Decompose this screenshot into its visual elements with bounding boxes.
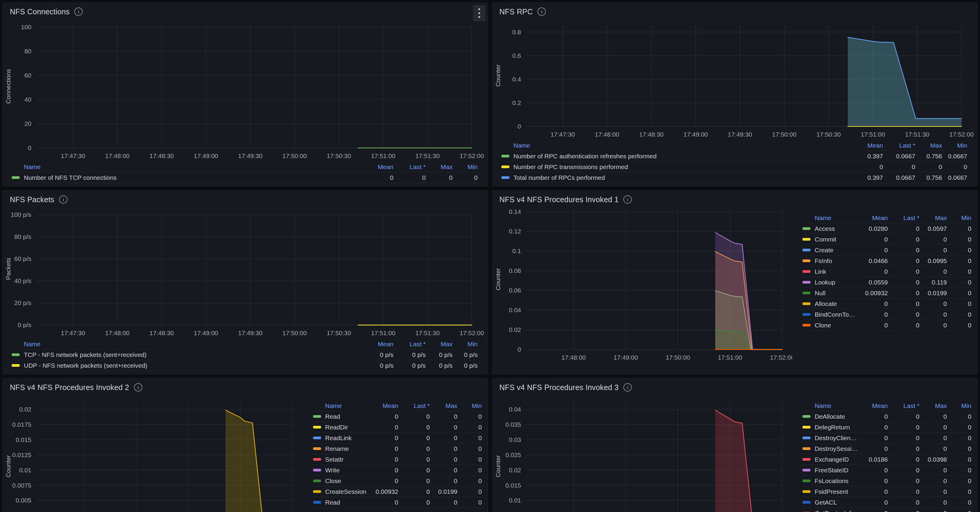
panel-title[interactable]: NFS v4 NFS Procedures Invoked 2 [10, 383, 129, 392]
series-label[interactable]: Rename [325, 445, 349, 452]
legend-row: Rename0000 [313, 443, 482, 454]
series-area [226, 410, 293, 512]
info-icon[interactable]: i [74, 8, 83, 16]
legend-header-name[interactable]: Name [802, 402, 858, 409]
series-label[interactable]: Link [815, 268, 826, 275]
legend-header-min[interactable]: Min [453, 163, 478, 171]
legend-header-max[interactable]: Max [426, 341, 453, 348]
legend-header-last[interactable]: Last * [883, 142, 915, 149]
legend-header-min[interactable]: Min [457, 402, 482, 409]
panel-title[interactable]: NFS RPC [500, 8, 533, 16]
legend-header-max[interactable]: Max [915, 142, 942, 149]
series-label[interactable]: Allocate [815, 300, 837, 308]
legend-header-min[interactable]: Min [453, 341, 478, 348]
chart-area[interactable]: 0.040.0350.030.0250.020.0150.010.005017:… [492, 393, 792, 512]
legend-header-mean[interactable]: Mean [858, 214, 888, 222]
info-icon[interactable]: i [538, 8, 546, 16]
legend-header-max[interactable]: Max [920, 214, 947, 222]
legend-row: TCP - NFS network packets (sent+received… [12, 349, 478, 360]
series-color-swatch [313, 479, 321, 482]
series-label[interactable]: BindConnToSession [815, 311, 858, 318]
series-label[interactable]: Create [815, 247, 834, 254]
legend-header-min[interactable]: Min [947, 402, 971, 409]
legend-header-name[interactable]: Name [501, 142, 850, 149]
series-label[interactable]: Total number of RPCs performed [514, 174, 605, 181]
series-label[interactable]: DeAllocate [815, 413, 845, 420]
legend-header-last[interactable]: Last * [394, 341, 426, 348]
info-icon[interactable]: i [624, 383, 632, 392]
legend-header-name[interactable]: Name [802, 214, 858, 222]
chart-area[interactable]: 10080604020017:47:3017:48:0017:48:3017:4… [3, 17, 488, 162]
panel-title[interactable]: NFS Connections [10, 8, 70, 16]
legend-header-last[interactable]: Last * [888, 214, 920, 222]
series-label[interactable]: ExchangeID [815, 456, 849, 463]
series-label[interactable]: Access [815, 225, 835, 232]
chart-canvas[interactable]: 0.80.60.40.2017:47:3017:48:0017:48:3017:… [492, 17, 978, 140]
panel-title[interactable]: NFS Packets [10, 195, 54, 204]
series-label[interactable]: GetACL [815, 499, 837, 506]
chart-area[interactable]: 0.020.01750.0150.01250.010.00750.0050.00… [3, 393, 303, 512]
legend-header-mean[interactable]: Mean [850, 142, 883, 149]
series-label[interactable]: FsidPresent [815, 488, 848, 495]
panel-title[interactable]: NFS v4 NFS Procedures Invoked 1 [500, 195, 619, 204]
series-label[interactable]: Setattr [325, 456, 344, 463]
legend-header-mean[interactable]: Mean [858, 402, 888, 409]
series-color-swatch [313, 458, 321, 461]
chart-area[interactable]: 0.140.120.10.080.060.040.02017:48:0017:4… [492, 205, 792, 374]
info-icon[interactable]: i [134, 383, 142, 392]
legend-header-max[interactable]: Max [430, 402, 457, 409]
svg-text:40 p/s: 40 p/s [14, 277, 31, 284]
legend-header-last[interactable]: Last * [398, 402, 430, 409]
series-label[interactable]: Number of RPC authentication refreshes p… [514, 153, 657, 160]
series-label[interactable]: ReadDir [325, 424, 348, 431]
chart-canvas[interactable]: 100 p/s80 p/s60 p/s40 p/s20 p/s0 p/s17:4… [3, 205, 488, 339]
legend-row: DeAllocate0000 [802, 411, 971, 422]
legend-header-mean[interactable]: Mean [360, 163, 394, 171]
series-label[interactable]: Close [325, 477, 341, 485]
legend-header-name[interactable]: Name [12, 341, 360, 348]
info-icon[interactable]: i [624, 195, 632, 204]
series-label[interactable]: FsLocations [815, 477, 848, 485]
series-label[interactable]: Read [325, 413, 340, 420]
series-label[interactable]: FreeStateID [815, 467, 848, 474]
legend-header-name[interactable]: Name [313, 402, 369, 409]
series-label[interactable]: Commit [815, 236, 836, 243]
legend-header-last[interactable]: Last * [394, 163, 426, 171]
series-label[interactable]: Number of RPC transmissions performed [514, 163, 628, 171]
svg-text:17:48:30: 17:48:30 [150, 152, 174, 159]
series-label[interactable]: Read [325, 499, 340, 506]
series-label[interactable]: UDP - NFS network packets (sent+received… [24, 362, 147, 369]
legend-header-max[interactable]: Max [920, 402, 947, 409]
series-label[interactable]: Clone [815, 322, 831, 329]
legend-header-mean[interactable]: Mean [360, 341, 394, 348]
chart-area[interactable]: 0.80.60.40.2017:47:3017:48:0017:48:3017:… [492, 17, 978, 140]
panel-title[interactable]: NFS v4 NFS Procedures Invoked 3 [500, 383, 619, 392]
series-label[interactable]: Lookup [815, 279, 835, 286]
legend-value-mean: 0 p/s [360, 351, 394, 358]
series-label[interactable]: Null [815, 290, 826, 297]
legend-header-max[interactable]: Max [426, 163, 453, 171]
series-label[interactable]: GetDeviceInfo [815, 510, 854, 512]
series-label[interactable]: CreateSession [325, 488, 366, 495]
chart-canvas[interactable]: 0.140.120.10.080.060.040.02017:48:0017:4… [492, 205, 792, 374]
chart-canvas[interactable]: 0.020.01750.0150.01250.010.00750.0050.00… [3, 393, 303, 512]
series-label[interactable]: ReadLink [325, 434, 352, 442]
y-axis-ticks: 0.80.60.40.20 [512, 29, 521, 130]
series-label[interactable]: TCP - NFS network packets (sent+received… [24, 351, 146, 358]
legend-header-mean[interactable]: Mean [369, 402, 398, 409]
series-label[interactable]: Write [325, 467, 340, 474]
legend-header-name[interactable]: Name [12, 163, 360, 171]
legend-header-min[interactable]: Min [947, 214, 971, 222]
series-label[interactable]: DelegReturn [815, 424, 850, 431]
legend-value-min: 0 [947, 467, 971, 474]
chart-canvas[interactable]: 0.040.0350.030.0250.020.0150.010.005017:… [492, 393, 792, 512]
chart-canvas[interactable]: 10080604020017:47:3017:48:0017:48:3017:4… [3, 17, 488, 162]
series-label[interactable]: Number of NFS TCP connections [24, 174, 117, 181]
chart-area[interactable]: 100 p/s80 p/s60 p/s40 p/s20 p/s0 p/s17:4… [3, 205, 488, 339]
series-label[interactable]: DestroySession [815, 445, 858, 452]
series-label[interactable]: DestroyClientID [815, 434, 858, 442]
series-label[interactable]: FsInfo [815, 257, 832, 265]
legend-header-last[interactable]: Last * [888, 402, 920, 409]
legend-header-min[interactable]: Min [942, 142, 967, 149]
info-icon[interactable]: i [59, 195, 67, 204]
